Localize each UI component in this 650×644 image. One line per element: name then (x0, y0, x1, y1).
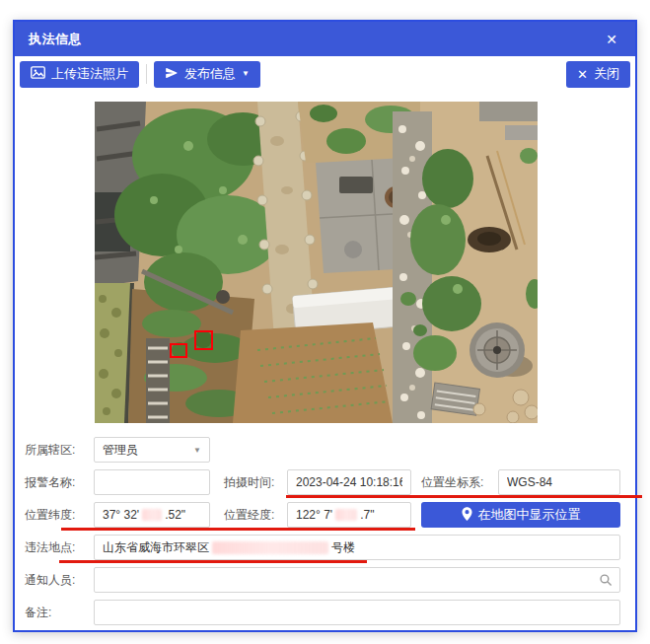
annotation-underline-3 (59, 560, 367, 563)
close-x-icon: ✕ (577, 68, 588, 81)
remark-input[interactable] (94, 600, 620, 625)
publish-button-label: 发布信息 (184, 65, 236, 83)
row-alarm-time-coord: 报警名称: 拍摄时间: 位置坐标系: (25, 469, 620, 495)
location-pin-icon (462, 507, 472, 524)
address-field[interactable]: 山东省威海市环翠区号楼 (94, 535, 620, 560)
show-on-map-label: 在地图中显示位置 (478, 506, 581, 524)
longitude-value-suffix: .7" (360, 508, 374, 522)
address-value-suffix: 号楼 (331, 539, 355, 556)
annotation-underline-2 (61, 528, 415, 531)
address-value-prefix: 山东省威海市环翠区 (103, 539, 209, 556)
address-redacted-segment (212, 541, 328, 554)
notify-label: 通知人员: (25, 572, 94, 589)
close-dialog-button[interactable]: ✕ 关闭 (566, 61, 630, 88)
longitude-redacted-segment (335, 509, 357, 521)
upload-button-label: 上传违法照片 (51, 65, 128, 83)
aerial-photo-graphic (95, 102, 538, 423)
alarm-name-label: 报警名称: (25, 474, 94, 491)
alarm-name-input[interactable] (94, 469, 210, 495)
row-remark: 备注: (25, 600, 620, 625)
latitude-label: 位置纬度: (25, 507, 94, 524)
longitude-field[interactable]: 122° 7'.7" (287, 502, 411, 528)
upload-violation-photo-button[interactable]: 上传违法照片 (20, 61, 139, 88)
select-caret-icon: ▼ (193, 446, 201, 455)
jurisdiction-select[interactable]: 管理员 ▼ (94, 437, 210, 463)
chevron-down-icon: ▼ (242, 70, 250, 78)
coord-system-label: 位置坐标系: (421, 474, 498, 491)
law-enforcement-info-dialog: 执法信息 ✕ 上传违法照片 发布信息 ▼ (13, 20, 637, 632)
latitude-field[interactable]: 37° 32'.52" (94, 502, 210, 528)
violation-photo (95, 102, 538, 423)
show-on-map-button[interactable]: 在地图中显示位置 (421, 502, 620, 528)
longitude-value-prefix: 122° 7' (296, 508, 332, 522)
capture-time-label: 拍摄时间: (224, 474, 287, 491)
latitude-value-suffix: .52" (165, 508, 185, 522)
search-icon[interactable] (599, 573, 613, 587)
row-address: 违法地点: 山东省威海市环翠区号楼 (25, 535, 620, 560)
row-jurisdiction: 所属辖区: 管理员 ▼ (25, 437, 620, 463)
dialog-titlebar: 执法信息 ✕ (15, 22, 635, 56)
titlebar-close-icon[interactable]: ✕ (602, 31, 621, 48)
image-icon (31, 66, 45, 82)
longitude-label: 位置经度: (224, 507, 287, 524)
annotation-underline-1 (286, 495, 642, 498)
remark-label: 备注: (25, 605, 94, 621)
detection-box-2 (170, 343, 187, 358)
violation-info-form: 所属辖区: 管理员 ▼ 报警名称: 拍摄时间: 位置坐标系: 位置纬度: 37°… (15, 423, 635, 625)
dialog-title: 执法信息 (29, 31, 82, 48)
jurisdiction-value: 管理员 (103, 442, 138, 459)
notify-input-wrap (94, 567, 620, 593)
address-label: 违法地点: (25, 539, 94, 556)
coord-system-input[interactable] (498, 469, 620, 495)
latitude-value-prefix: 37° 32' (103, 508, 139, 522)
dialog-toolbar: 上传违法照片 发布信息 ▼ ✕ 关闭 (15, 56, 635, 92)
detection-box-1 (194, 330, 213, 350)
notify-personnel-input[interactable] (94, 567, 620, 593)
row-lat-lng-map: 位置纬度: 37° 32'.52" 位置经度: 122° 7'.7" 在地图中显… (25, 502, 620, 528)
send-icon (165, 66, 179, 83)
capture-time-input[interactable] (287, 469, 411, 495)
row-notify: 通知人员: (25, 567, 620, 593)
publish-info-button[interactable]: 发布信息 ▼ (154, 61, 260, 88)
latitude-redacted-segment (142, 509, 162, 521)
toolbar-divider (146, 64, 147, 84)
jurisdiction-label: 所属辖区: (25, 442, 94, 459)
close-button-label: 关闭 (594, 65, 619, 83)
